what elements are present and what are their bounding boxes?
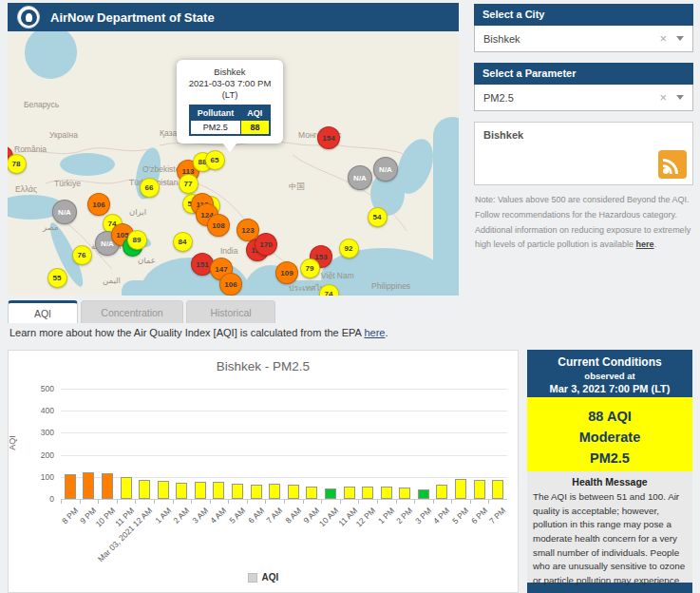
x-tick-label: 1 AM <box>153 506 173 526</box>
x-tick-mark <box>61 500 62 504</box>
map-marker[interactable]: 106 <box>219 273 242 296</box>
map-marker[interactable]: 170 <box>255 233 277 256</box>
health-message-text: The AQI is between 51 and 100. Air quali… <box>533 490 687 593</box>
gridline <box>61 432 507 433</box>
legend-swatch-aqi <box>248 573 257 583</box>
chart-bar[interactable] <box>139 480 150 499</box>
map-marker[interactable]: 66 <box>140 178 160 198</box>
chart-bar[interactable] <box>399 488 410 499</box>
y-axis-label: AQI <box>8 413 17 472</box>
city-clear-icon[interactable]: × <box>659 32 667 45</box>
chart-bar[interactable] <box>83 472 94 499</box>
chart-bar[interactable] <box>251 485 262 499</box>
chart-bar[interactable] <box>213 482 224 499</box>
health-message-title: Health Message <box>533 476 687 488</box>
chart-bar[interactable] <box>121 477 132 499</box>
x-tick-label: 5 AM <box>227 506 247 526</box>
map-country-label: Ελλάς <box>15 184 37 194</box>
x-tick-mark <box>414 500 415 504</box>
city-chevron-down-icon[interactable] <box>676 36 684 41</box>
chart-bar[interactable] <box>306 487 317 499</box>
chart-bar[interactable] <box>474 480 485 499</box>
x-tick-label: 10 PM <box>94 506 117 528</box>
map-marker[interactable]: 108 <box>207 214 230 237</box>
map-marker[interactable]: 92 <box>339 239 359 258</box>
popup-pollutant-value: PM2.5 <box>190 120 241 135</box>
aqi-summary-block: 88 AQI Moderate PM2.5 <box>527 397 692 471</box>
chart-bar[interactable] <box>65 474 76 499</box>
map-marker[interactable]: 77 <box>179 174 199 194</box>
x-tick-mark <box>284 500 285 504</box>
map-marker[interactable]: 89 <box>127 230 147 250</box>
map-marker[interactable]: 79 <box>300 258 320 278</box>
map-marker-na[interactable]: N/A <box>373 157 398 182</box>
map-marker[interactable]: 65 <box>205 150 225 170</box>
chart-bar[interactable] <box>436 485 447 499</box>
view-tabs: AQI Concentration Historical <box>8 300 275 323</box>
rss-icon[interactable] <box>658 150 687 179</box>
chart-bar[interactable] <box>325 488 336 499</box>
map-marker[interactable]: 84 <box>173 232 193 252</box>
map-country-label: Philippines <box>371 281 410 291</box>
map-marker[interactable]: 76 <box>72 245 92 265</box>
map-marker-na[interactable]: N/A <box>52 200 77 224</box>
map-marker[interactable]: 154 <box>317 126 340 149</box>
epa-here-link[interactable]: here <box>364 327 385 338</box>
chart-bar[interactable] <box>269 484 280 499</box>
y-tick-label: 400 <box>22 406 54 415</box>
chart-bar[interactable] <box>455 479 466 499</box>
chart-bar[interactable] <box>102 473 113 499</box>
map-marker[interactable]: 106 <box>87 193 110 216</box>
map-marker[interactable]: 54 <box>368 207 388 227</box>
observed-datetime: Mar 3, 2021 7:00 PM (LT) <box>527 383 692 394</box>
current-conditions-panel: Current Conditions observed at Mar 3, 20… <box>527 350 692 593</box>
chart-bar[interactable] <box>344 487 355 499</box>
select-city-header: Select a City <box>474 4 693 26</box>
x-tick-mark <box>98 500 99 504</box>
map-marker[interactable]: 109 <box>275 261 298 284</box>
city-dropdown-value: Bishkek <box>483 33 659 45</box>
chart-bar[interactable] <box>232 484 243 499</box>
note-here-link[interactable]: here <box>636 239 654 249</box>
map-popup: Bishkek 2021-03-03 7:00 PM (LT) Pollutan… <box>177 60 283 143</box>
y-tick-label: 200 <box>22 450 54 460</box>
x-tick-label: 1 PM <box>376 506 396 526</box>
tab-aqi[interactable]: AQI <box>8 300 78 323</box>
x-tick-label: 2 PM <box>394 506 414 526</box>
chart-bar[interactable] <box>195 482 206 499</box>
map-marker[interactable]: 55 <box>47 268 67 288</box>
chart-bar[interactable] <box>418 489 429 499</box>
x-tick-mark <box>433 500 434 504</box>
x-tick-mark <box>451 500 452 504</box>
x-tick-label: 2 AM <box>172 506 192 526</box>
x-tick-mark <box>265 500 266 504</box>
chart-bar[interactable] <box>176 483 187 499</box>
parameter-clear-icon[interactable]: × <box>659 91 667 104</box>
chart-bar[interactable] <box>362 487 373 499</box>
y-tick-label: 0 <box>22 494 54 504</box>
chart-bar[interactable] <box>288 485 299 499</box>
city-dropdown[interactable]: Bishkek × <box>474 26 693 52</box>
popup-city: Bishkek <box>180 67 279 78</box>
chart-bar[interactable] <box>492 480 503 499</box>
x-tick-mark <box>80 500 81 504</box>
parameter-dropdown[interactable]: PM2.5 × <box>474 85 693 111</box>
tab-concentration[interactable]: Concentration <box>81 300 183 323</box>
map-country-label: عمان <box>138 256 156 265</box>
app-title: AirNow Department of State <box>50 10 215 25</box>
x-tick-label: 3 PM <box>413 506 433 526</box>
chart-bar[interactable] <box>381 487 392 499</box>
x-tick-mark <box>377 500 378 504</box>
map-marker[interactable]: 78 <box>8 154 27 174</box>
x-tick-label: 12 PM <box>354 506 377 528</box>
parameter-chevron-down-icon[interactable] <box>676 95 684 100</box>
x-tick-mark <box>210 500 211 504</box>
tab-historical[interactable]: Historical <box>186 300 275 323</box>
chart-bar[interactable] <box>158 481 169 499</box>
x-tick-mark <box>358 500 359 504</box>
x-tick-label: 10 AM <box>317 506 340 528</box>
aqi-value-line: 88 AQI <box>527 407 692 428</box>
map-marker-na[interactable]: N/A <box>348 165 372 190</box>
x-tick-mark <box>303 500 304 504</box>
aqi-world-map[interactable]: БеларусьУкраїнаRomâniaTürkiyeΕλλάςҚазақс… <box>8 31 459 296</box>
